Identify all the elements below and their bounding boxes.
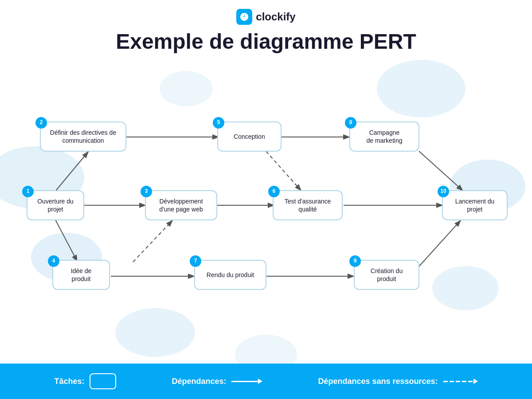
svg-line-10 [55, 151, 89, 191]
legend-solid-arrow [231, 379, 262, 384]
legend-deps-label: Dépendances: [172, 377, 226, 386]
node-3: 3 Développementd'une page web [145, 190, 217, 220]
brand-icon [236, 9, 252, 25]
node-4: 4 Idée deproduit [52, 260, 110, 290]
node-badge-5: 5 [213, 117, 224, 129]
svg-line-18 [133, 220, 173, 262]
node-badge-4: 4 [48, 255, 59, 267]
node-badge-9: 9 [349, 255, 361, 267]
node-badge-8: 8 [345, 117, 356, 129]
node-badge-1: 1 [22, 186, 34, 197]
svg-line-12 [55, 220, 78, 262]
node-7: 7 Rendu du produit [194, 260, 266, 290]
node-badge-7: 7 [190, 255, 201, 267]
brand-name: clockify [256, 11, 295, 23]
svg-line-21 [419, 151, 463, 191]
page-title: Exemple de diagramme PERT [0, 29, 532, 54]
legend-tasks-label: Tâches: [54, 377, 84, 386]
legend-task-box [90, 373, 116, 389]
brand-logo: clockify [236, 9, 295, 25]
node-badge-3: 3 [141, 186, 152, 197]
legend-dashes [443, 381, 473, 382]
legend-solid-line [231, 381, 258, 382]
legend-no-resource-label: Dépendances sans ressources: [318, 377, 438, 386]
header: clockify [0, 0, 532, 25]
node-2: 2 Définir des directives decommunication [40, 121, 126, 152]
node-8: 8 Campagnede marketing [349, 121, 419, 152]
svg-line-16 [266, 151, 301, 191]
legend-footer: Tâches: Dépendances: Dépendances sans re… [0, 364, 532, 399]
node-1: 1 Ouverture du projet [27, 190, 84, 220]
node-badge-10: 10 [438, 186, 449, 197]
legend-solid-arrowhead [258, 379, 262, 384]
node-9: 9 Création duproduit [354, 260, 419, 290]
legend-no-resource: Dépendances sans ressources: [318, 377, 477, 386]
legend-dependencies: Dépendances: [172, 377, 262, 386]
legend-tasks: Tâches: [54, 373, 116, 389]
legend-dashed-arrowhead [473, 379, 478, 384]
pert-diagram: 1 Ouverture du projet 2 Définir des dire… [0, 58, 532, 324]
svg-line-22 [419, 220, 461, 266]
legend-dashed-arrow [443, 379, 478, 384]
node-badge-6: 6 [268, 186, 280, 197]
node-badge-2: 2 [35, 117, 47, 129]
node-5: 5 Conception [217, 121, 282, 152]
node-6: 6 Test d'assurancequalité [273, 190, 343, 220]
node-10: 10 Lancement duprojet [442, 190, 508, 220]
